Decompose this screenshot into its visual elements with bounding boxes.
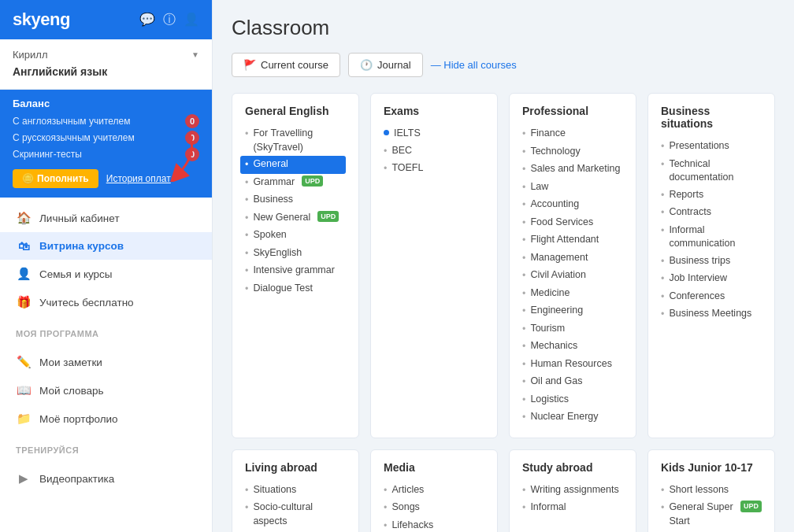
list-item[interactable]: SkyEnglish xyxy=(245,245,346,263)
list-item[interactable]: Human Resources xyxy=(522,356,623,374)
course-card-business-situations: Business situationsPresentationsTechnica… xyxy=(647,93,775,438)
list-item[interactable]: Writing assignments xyxy=(522,482,623,500)
topup-button[interactable]: 🪙 Пополнить xyxy=(13,169,98,188)
card-title: General English xyxy=(245,105,346,117)
logo[interactable]: skyeng xyxy=(13,9,70,30)
practice-section: ▶ Видеопрактика xyxy=(0,458,212,499)
list-item[interactable]: New GeneralUPD xyxy=(245,209,346,227)
list-item[interactable]: BEC xyxy=(384,142,484,161)
sidebar-item-label: Семья и курсы xyxy=(39,268,113,280)
list-item[interactable]: Presentations xyxy=(661,138,762,156)
list-item[interactable]: Flight Attendant xyxy=(522,231,623,249)
sidebar-item-video[interactable]: ▶ Видеопрактика xyxy=(0,464,212,493)
help-icon[interactable]: ⓘ xyxy=(163,12,176,28)
list-item[interactable]: Engineering xyxy=(522,302,623,320)
sidebar-item-courses[interactable]: 🛍 Витрина курсов xyxy=(0,232,212,260)
list-item[interactable]: Law xyxy=(522,179,623,197)
gift-icon: 🎁 xyxy=(16,295,32,309)
card-list: IELTSBECTOEFL xyxy=(384,125,484,178)
item-label: Civil Aviation xyxy=(530,268,586,283)
user-dropdown[interactable]: Кирилл ▼ xyxy=(13,46,199,64)
list-item[interactable]: IELTS xyxy=(384,125,484,142)
list-item[interactable]: Sales and Marketing xyxy=(522,161,623,179)
sidebar-item-vocab[interactable]: 📖 Мой словарь xyxy=(0,376,212,405)
list-item[interactable]: Job Interview xyxy=(661,270,762,288)
journal-button[interactable]: 🕐 Journal xyxy=(348,53,423,77)
sidebar-item-family[interactable]: 👤 Семья и курсы xyxy=(0,260,212,288)
logo-sky: sky xyxy=(13,9,40,29)
sidebar-item-label: Видеопрактика xyxy=(39,473,114,485)
item-label: Dialogue Test xyxy=(253,282,313,296)
list-item[interactable]: Songs xyxy=(384,499,484,517)
list-item[interactable]: Reports xyxy=(661,187,762,205)
list-item[interactable]: Informal communication xyxy=(661,222,762,253)
list-item[interactable]: Civil Aviation xyxy=(522,267,623,285)
list-item[interactable]: Business xyxy=(245,191,346,209)
list-item[interactable]: Management xyxy=(522,249,623,268)
page-title: Classroom xyxy=(232,16,775,40)
list-item[interactable]: Oil and Gas xyxy=(522,373,623,391)
list-item[interactable]: Conferences xyxy=(661,288,762,306)
list-item[interactable]: GrammarUPD xyxy=(245,174,346,192)
list-item[interactable]: Lifehacks xyxy=(384,517,484,533)
balance-row-3: Скрининг-тесты 0 xyxy=(13,147,199,161)
list-item[interactable]: Business Meetings xyxy=(661,305,762,323)
item-label: Engineering xyxy=(530,304,583,318)
list-item[interactable]: Intensive grammar xyxy=(245,262,346,280)
list-item[interactable]: Technical documentation xyxy=(661,156,762,187)
list-item[interactable]: Short lessons xyxy=(661,482,762,500)
list-item[interactable]: Accounting xyxy=(522,196,623,214)
course-card-living-abroad: Living abroadSituationsSocio-cultural as… xyxy=(232,449,359,533)
item-label: Law xyxy=(530,180,548,194)
course-card-general-english: General EnglishFor Travelling (SkyTravel… xyxy=(232,93,359,438)
sidebar-item-portfolio[interactable]: 📁 Моё портфолио xyxy=(0,405,212,433)
list-item[interactable]: Contracts xyxy=(661,204,762,222)
list-item[interactable]: Finance xyxy=(522,125,623,143)
list-item[interactable]: General xyxy=(240,156,346,174)
history-button[interactable]: История оплат xyxy=(106,173,171,184)
list-item[interactable]: Logistics xyxy=(522,391,623,409)
item-label: Finance xyxy=(530,127,565,141)
list-item[interactable]: Tourism xyxy=(522,320,623,338)
sidebar-item-personal[interactable]: 🏠 Личный кабинет xyxy=(0,204,212,232)
balance-row2-label: С русскоязычным учителем xyxy=(13,132,135,143)
list-item[interactable]: Socio-cultural aspects xyxy=(245,499,346,530)
list-item[interactable]: Technology xyxy=(522,143,623,161)
sidebar-item-free[interactable]: 🎁 Учитесь бесплатно xyxy=(0,288,212,316)
item-label: Human Resources xyxy=(530,357,612,371)
sidebar-item-notes[interactable]: ✏️ Мои заметки xyxy=(0,348,212,376)
sidebar-item-label: Моё портфолио xyxy=(39,413,118,425)
list-item[interactable]: Spoken xyxy=(245,227,346,245)
list-item[interactable]: Informal xyxy=(522,499,623,517)
card-title: Exams xyxy=(384,105,484,117)
list-item[interactable]: General Super StartUPD xyxy=(661,499,762,530)
item-label: Food Services xyxy=(530,216,593,230)
item-label: Intensive grammar xyxy=(253,264,335,278)
card-title: Study abroad xyxy=(522,461,623,474)
hide-all-link[interactable]: — Hide all courses xyxy=(431,59,517,71)
list-item[interactable]: For Travelling (SkyTravel) xyxy=(245,125,346,156)
list-item[interactable]: Dialogue Test xyxy=(245,280,346,298)
list-item[interactable]: Situations xyxy=(245,482,346,500)
clock-icon: 🕐 xyxy=(360,59,373,71)
list-item[interactable]: Business trips xyxy=(661,253,762,271)
dot-icon xyxy=(384,130,389,135)
item-label: Business trips xyxy=(669,254,730,268)
practice-label: ТРЕНИРУЙСЯ xyxy=(0,439,212,458)
item-label: Songs xyxy=(391,501,419,515)
list-item[interactable]: Food Services xyxy=(522,214,623,232)
book-icon: 📖 xyxy=(16,383,32,397)
card-list: PresentationsTechnical documentationRepo… xyxy=(661,138,762,323)
user-icon[interactable]: 👤 xyxy=(184,12,199,28)
list-item[interactable]: Nuclear Energy xyxy=(522,408,623,427)
list-item[interactable]: Articles xyxy=(384,482,484,500)
item-label: Informal xyxy=(530,501,566,515)
list-item[interactable]: Medicine xyxy=(522,285,623,303)
upd-badge: UPD xyxy=(302,175,323,187)
chat-icon[interactable]: 💬 xyxy=(139,12,155,28)
list-item[interactable]: TOEFL xyxy=(384,160,484,178)
my-program-section: ✏️ Мои заметки 📖 Мой словарь 📁 Моё портф… xyxy=(0,342,212,439)
main-content: Classroom 🚩 Current course 🕐 Journal — H… xyxy=(213,0,794,532)
current-course-button[interactable]: 🚩 Current course xyxy=(232,53,340,77)
list-item[interactable]: Mechanics xyxy=(522,338,623,356)
